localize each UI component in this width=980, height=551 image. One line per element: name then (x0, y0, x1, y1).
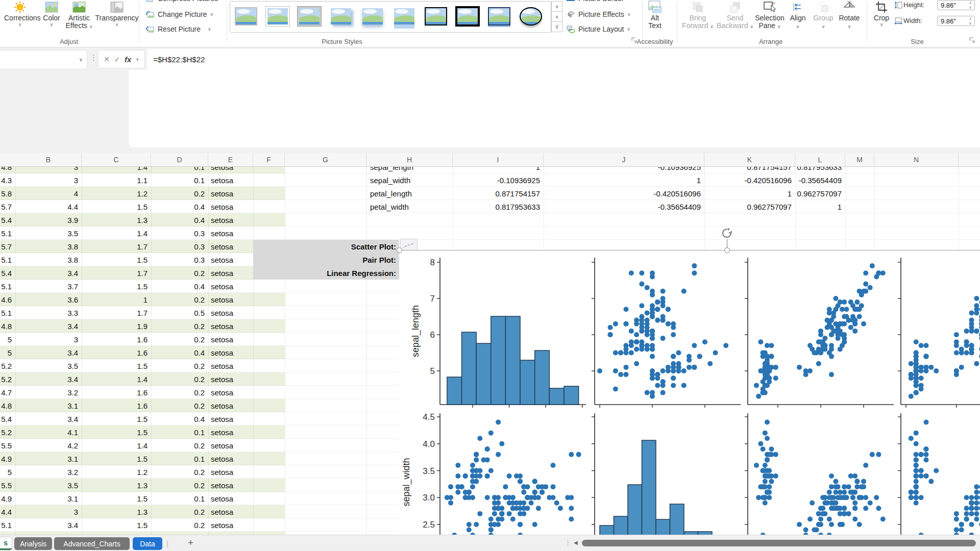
correlation-value[interactable]: -0.35654409 (724, 173, 842, 187)
cell[interactable]: setosa (211, 227, 253, 240)
cell[interactable]: 5.1 (0, 280, 12, 293)
cell[interactable]: 5.2 (0, 425, 12, 439)
sheet-tab-advanced_charts[interactable]: Advanced_Charts (54, 537, 130, 550)
corrections-button[interactable]: Corrections ∨ (4, 0, 36, 27)
sheet-tab-data[interactable]: Data (133, 537, 162, 550)
correlation-value[interactable]: 1 (724, 200, 842, 213)
cell[interactable]: setosa (211, 333, 253, 346)
cell[interactable]: 1.5 (82, 253, 148, 266)
cancel-icon[interactable]: ✕ (104, 55, 110, 63)
align-button[interactable]: Align∨ (786, 0, 810, 30)
cell[interactable]: 1.7 (82, 240, 148, 253)
cell[interactable]: 0.2 (151, 399, 205, 412)
cell[interactable]: 0.1 (151, 492, 205, 505)
cell[interactable]: 1.5 (82, 280, 148, 293)
transparency-button[interactable]: Transparency ∨ (95, 0, 139, 27)
gallery-scroll-down-button[interactable]: ∨ (551, 12, 562, 22)
cell[interactable]: 3.1 (15, 452, 78, 465)
cell[interactable]: 3.2 (15, 465, 78, 479)
rotate-button[interactable]: Rotate∨ (836, 0, 863, 30)
cell[interactable]: 5 (0, 346, 12, 359)
cell[interactable]: 1.5 (82, 518, 148, 532)
cell[interactable]: 3.1 (15, 492, 78, 505)
cell[interactable]: 3.8 (15, 253, 78, 266)
cell[interactable]: 1.7 (82, 266, 148, 280)
cell[interactable]: setosa (211, 425, 253, 439)
reset-picture-button[interactable]: Reset Picture ∨ (145, 23, 211, 35)
cell[interactable]: setosa (211, 399, 253, 412)
picture-style-thumbnail-simple-frame-white[interactable] (232, 5, 260, 28)
correlation-value[interactable]: 0.962757097 (724, 187, 842, 200)
shape-width-field[interactable]: 9.86" ∧∨ (937, 16, 975, 26)
cell[interactable]: 5.4 (0, 266, 12, 280)
gallery-more-button[interactable]: ∨̅ (551, 22, 562, 32)
cell[interactable]: 5.7 (0, 240, 12, 253)
column-header-B[interactable]: B (15, 153, 82, 166)
picture-style-thumbnail-simple-frame-black[interactable] (422, 5, 450, 28)
cell[interactable]: setosa (211, 412, 253, 425)
cell[interactable]: 0.3 (151, 240, 205, 253)
column-header-D[interactable]: D (151, 153, 208, 166)
sheet-tab-partial[interactable]: s (0, 537, 12, 550)
compress-pictures-button[interactable]: Compress Pictures (145, 0, 218, 4)
column-header-H[interactable]: H (366, 153, 453, 166)
cell[interactable]: 3.4 (15, 346, 78, 359)
cell[interactable]: 0.4 (151, 412, 205, 425)
width-stepper[interactable]: ∧∨ (967, 16, 973, 26)
cell[interactable]: 4.1 (15, 425, 78, 439)
cell[interactable]: setosa (211, 439, 253, 452)
cell[interactable]: 0.5 (151, 306, 205, 319)
enter-icon[interactable]: ✓ (114, 55, 120, 63)
column-header-N[interactable]: N (874, 153, 959, 166)
cell[interactable]: 4.2 (15, 439, 78, 452)
cell[interactable]: setosa (211, 452, 253, 465)
crop-button[interactable]: Crop ∨ (870, 0, 893, 27)
cell[interactable]: setosa (211, 505, 253, 518)
cell[interactable]: 0.2 (151, 293, 205, 306)
change-picture-button[interactable]: Change Picture ∨ (145, 9, 213, 20)
column-header-K[interactable]: K (704, 153, 795, 166)
cell[interactable]: setosa (211, 386, 253, 399)
cell[interactable]: 0.4 (151, 280, 205, 293)
column-header-G[interactable]: G (285, 153, 366, 166)
column-header-M[interactable]: M (845, 153, 874, 166)
cell[interactable]: setosa (211, 213, 253, 227)
cell[interactable]: 0.3 (151, 253, 205, 266)
cell[interactable]: 5.4 (0, 412, 12, 425)
cell[interactable]: 3.3 (15, 306, 78, 319)
cell[interactable]: 0.2 (151, 333, 205, 346)
cell[interactable]: 0.2 (151, 439, 205, 452)
column-header-F[interactable]: F (253, 153, 285, 166)
sheet-tab-analysis[interactable]: Analysis (14, 537, 52, 550)
selection-pane-button[interactable]: SelectionPane ∨ (754, 0, 785, 30)
cell[interactable]: 3.7 (15, 280, 78, 293)
cell[interactable]: 4.8 (0, 399, 12, 412)
cell[interactable]: 4.7 (0, 386, 12, 399)
cell[interactable]: 3.4 (15, 372, 78, 386)
cell[interactable]: 3.5 (15, 359, 78, 372)
cell[interactable]: setosa (211, 266, 253, 280)
cell[interactable]: 1.3 (82, 479, 148, 492)
cell[interactable]: 1.9 (82, 319, 148, 333)
picture-style-thumbnail-bevel-oval-black[interactable] (517, 5, 545, 28)
cell-label-pair-plot-[interactable]: Pair Plot: (253, 253, 396, 266)
cell[interactable]: 5.1 (0, 518, 12, 532)
picture-border-button[interactable]: Picture Border (566, 0, 624, 4)
cell[interactable]: 5.1 (0, 227, 12, 240)
insert-function-icon[interactable]: fx (125, 55, 131, 64)
cell[interactable]: setosa (211, 492, 253, 505)
size-dialog-launcher-icon[interactable] (969, 37, 976, 44)
cell[interactable]: setosa (211, 346, 253, 359)
height-stepper[interactable]: ∧∨ (967, 1, 973, 10)
cell[interactable]: 1.5 (82, 412, 148, 425)
column-header-C[interactable]: C (82, 153, 151, 166)
cell[interactable]: 1.7 (82, 306, 148, 319)
cell[interactable]: setosa (211, 253, 253, 266)
cell[interactable]: 0.2 (151, 266, 205, 280)
cell[interactable]: 4.9 (0, 452, 12, 465)
picture-style-thumbnail-thick-frame-black[interactable] (454, 5, 481, 28)
horizontal-scrollbar-thumb[interactable] (582, 540, 976, 546)
column-header-J[interactable]: J (544, 153, 704, 166)
artistic-effects-button[interactable]: Artistic Effects ∨ (61, 0, 97, 30)
cell[interactable]: 3.4 (15, 266, 78, 280)
